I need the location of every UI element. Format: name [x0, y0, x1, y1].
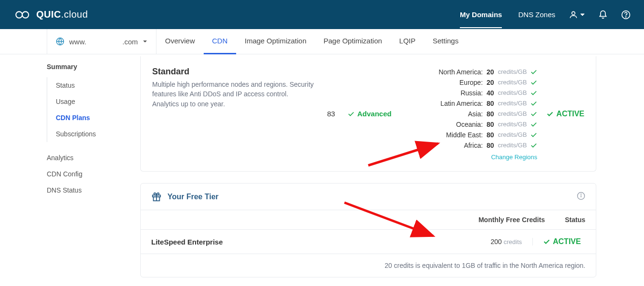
- change-regions-link[interactable]: Change Regions: [438, 153, 537, 161]
- logo-text-bold: QUIC: [36, 9, 61, 20]
- svg-point-7: [581, 194, 582, 194]
- globe-icon: [56, 37, 64, 46]
- top-bar: QUIC.cloud My Domains DNS Zones: [0, 0, 644, 29]
- region-label: Russia:: [460, 88, 483, 98]
- region-row: Latin America:80credits/GB: [438, 98, 537, 109]
- svg-point-0: [572, 11, 575, 15]
- free-tier-value: 200: [490, 238, 501, 245]
- plan-panel: Standard Multiple high performance nodes…: [140, 56, 596, 172]
- sidebar-summary-heading: Summary: [47, 63, 124, 71]
- help-icon[interactable]: [621, 10, 631, 20]
- logo[interactable]: QUIC.cloud: [13, 9, 88, 20]
- region-unit: credits/GB: [498, 140, 527, 151]
- gift-icon: [151, 192, 162, 202]
- sidebar-item-status[interactable]: Status: [47, 77, 124, 93]
- region-value: 40: [487, 88, 494, 98]
- check-icon: [530, 121, 537, 128]
- th-monthly-credits: Monthly Free Credits: [478, 216, 545, 224]
- sidebar: Summary Status Usage CDN Plans Subscript…: [0, 54, 124, 277]
- sidebar-item-subscriptions[interactable]: Subscriptions: [47, 126, 124, 142]
- free-tier-title: Your Free Tier: [167, 193, 218, 201]
- region-row: North America:20credits/GB: [438, 67, 537, 77]
- plan-status: ACTIVE: [547, 110, 584, 118]
- check-icon: [530, 100, 537, 107]
- sidebar-item-cdn-config[interactable]: CDN Config: [47, 166, 124, 182]
- sidebar-item-dns-status[interactable]: DNS Status: [47, 182, 124, 198]
- region-label: Africa:: [464, 140, 483, 151]
- domain-suffix: .com: [122, 38, 138, 46]
- plan-count: 83: [314, 110, 348, 118]
- region-value: 80: [487, 140, 494, 151]
- region-label: Latin America:: [440, 98, 483, 109]
- check-icon: [530, 90, 537, 96]
- region-label: Oceania:: [456, 119, 483, 130]
- region-label: Asia:: [468, 109, 483, 119]
- sidebar-item-usage[interactable]: Usage: [47, 93, 124, 110]
- tab-cdn[interactable]: CDN: [204, 29, 237, 54]
- logo-text-light: .cloud: [61, 9, 88, 20]
- domain-selector[interactable]: www. .com: [47, 29, 156, 54]
- region-value: 20: [487, 67, 494, 77]
- region-unit: credits/GB: [498, 119, 527, 130]
- check-icon: [547, 111, 553, 117]
- domain-prefix: www.: [69, 38, 86, 46]
- region-unit: credits/GB: [498, 130, 527, 140]
- region-label: Middle East:: [446, 130, 483, 140]
- region-unit: credits/GB: [498, 98, 527, 109]
- tab-image-opt[interactable]: Image Optimization: [236, 29, 315, 54]
- region-value: 80: [487, 109, 494, 119]
- region-label: North America:: [438, 67, 483, 77]
- region-row: Europe:20credits/GB: [438, 77, 537, 88]
- svg-point-2: [625, 17, 626, 17]
- region-value: 20: [487, 77, 494, 88]
- region-unit: credits/GB: [498, 77, 527, 88]
- plan-description: Multiple high performance nodes and regi…: [152, 80, 314, 109]
- tab-page-opt[interactable]: Page Optimization: [315, 29, 391, 54]
- chevron-down-icon: [143, 39, 147, 44]
- region-row: Africa:80credits/GB: [438, 140, 537, 151]
- free-tier-card: Your Free Tier Monthly Free Credits Stat…: [140, 183, 596, 277]
- region-unit: credits/GB: [498, 88, 527, 98]
- region-unit: credits/GB: [498, 109, 527, 119]
- check-icon: [530, 111, 537, 117]
- region-value: 80: [487, 98, 494, 109]
- check-icon: [530, 69, 537, 75]
- tab-overview[interactable]: Overview: [156, 29, 204, 54]
- nav-my-domains[interactable]: My Domains: [460, 1, 502, 28]
- region-label: Europe:: [459, 77, 483, 88]
- sidebar-item-analytics[interactable]: Analytics: [47, 150, 124, 166]
- sub-header: www. .com Overview CDN Image Optimizatio…: [0, 29, 644, 54]
- check-icon: [530, 142, 537, 149]
- free-tier-unit: credits: [504, 238, 522, 245]
- nav-dns-zones[interactable]: DNS Zones: [518, 1, 555, 28]
- th-status: Status: [565, 216, 585, 224]
- region-row: Russia:40credits/GB: [438, 88, 537, 98]
- region-value: 80: [487, 130, 494, 140]
- check-icon: [543, 238, 550, 245]
- logo-icon: [13, 10, 32, 20]
- region-row: Middle East:80credits/GB: [438, 130, 537, 140]
- sidebar-item-cdn-plans[interactable]: CDN Plans: [47, 110, 124, 126]
- notifications-icon[interactable]: [598, 10, 608, 20]
- free-tier-status: ACTIVE: [533, 237, 585, 246]
- free-tier-footnote: 20 credits is equivalent to 1GB of traff…: [141, 254, 596, 277]
- check-icon: [530, 79, 537, 86]
- free-tier-row: LiteSpeed Enterprise 200 credits ACTIVE: [141, 230, 596, 254]
- regions-list: North America:20credits/GBEurope:20credi…: [438, 67, 537, 161]
- tab-bar: Overview CDN Image Optimization Page Opt…: [156, 29, 467, 54]
- region-row: Oceania:80credits/GB: [438, 119, 537, 130]
- region-unit: credits/GB: [498, 67, 527, 77]
- check-icon: [530, 132, 537, 138]
- tab-settings[interactable]: Settings: [424, 29, 467, 54]
- plan-name: Standard: [152, 67, 314, 77]
- free-tier-name: LiteSpeed Enterprise: [151, 238, 223, 246]
- region-value: 80: [487, 119, 494, 130]
- user-menu-icon[interactable]: [569, 10, 585, 20]
- tab-lqip[interactable]: LQIP: [391, 29, 424, 54]
- check-icon: [348, 111, 354, 117]
- info-icon[interactable]: [577, 192, 585, 202]
- plan-tier: Advanced: [348, 110, 392, 118]
- region-row: Asia:80credits/GB: [438, 109, 537, 119]
